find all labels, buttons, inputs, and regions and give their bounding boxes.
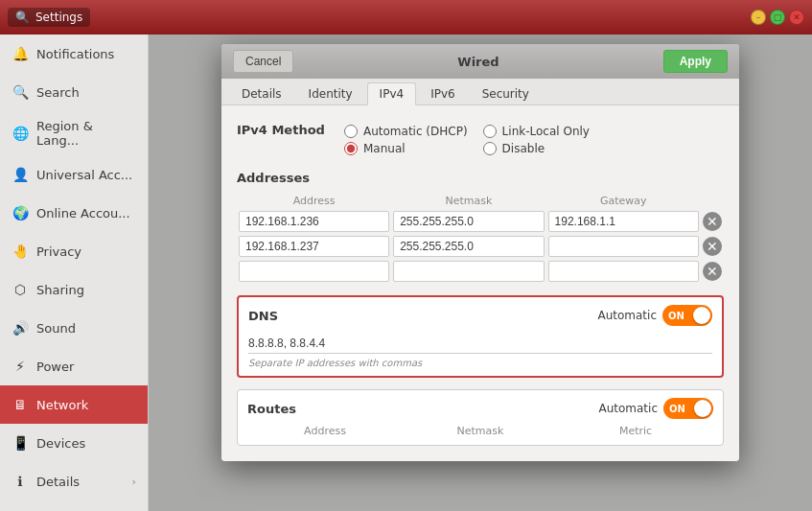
addresses-section: Addresses Address Netmask Gateway [237,171,724,284]
sidebar-item-search[interactable]: 🔍 Search [0,73,148,111]
gateway-input-3[interactable] [548,261,699,282]
ipv4-method-label: IPv4 Method [237,123,333,137]
dialog-header: Cancel Wired Apply [221,44,739,79]
routes-sub-headers: Address Netmask Metric [247,425,713,437]
routes-auto-label: Automatic [598,402,658,415]
sidebar-item-label: Notifications [36,47,114,61]
search-icon: 🔍 [15,11,30,24]
titlebar-title: Settings [35,11,82,24]
sidebar-item-label: Network [36,398,88,412]
address-row-1: ✕ [237,209,724,234]
addresses-table: Address Netmask Gateway [237,193,724,284]
sidebar-item-online[interactable]: 🌍 Online Accou... [0,194,148,232]
delete-row-3-button[interactable]: ✕ [703,262,722,281]
method-dhcp[interactable]: Automatic (DHCP) [344,125,468,138]
sidebar: 🔔 Notifications 🔍 Search 🌐 Region & Lang… [0,35,149,511]
address-col-header: Address [237,193,391,209]
address-row-3: ✕ [237,259,724,284]
sidebar-item-devices[interactable]: 📱 Devices [0,424,148,462]
routes-address-col: Address [247,425,403,437]
dns-hint: Separate IP addresses with commas [248,358,712,368]
sidebar-item-label: Universal Acc... [36,168,132,182]
sidebar-item-label: Details [36,475,80,489]
method-options: Automatic (DHCP) Link-Local Only Manual [344,125,606,155]
address-input-1[interactable] [239,211,389,232]
sidebar-item-sound[interactable]: 🔊 Sound [0,309,148,347]
dns-input[interactable] [248,334,712,354]
sidebar-item-label: Sharing [36,283,84,297]
title-bar: 🔍 Settings – □ ✕ [0,0,812,35]
minimize-button[interactable]: – [751,10,766,25]
tab-details[interactable]: Details [229,82,294,105]
close-button[interactable]: ✕ [789,10,804,25]
sidebar-item-privacy[interactable]: 🤚 Privacy [0,232,148,270]
sidebar-item-label: Sound [36,321,76,336]
netmask-input-2[interactable] [393,236,544,257]
apply-button[interactable]: Apply [663,50,728,73]
netmask-col-header: Netmask [391,193,545,209]
cancel-button[interactable]: Cancel [233,50,293,73]
address-row-2: ✕ [237,234,724,259]
dns-auto-label: Automatic [597,309,657,322]
main-panel: Cancel Wired Apply Details Identity [149,35,812,511]
details-arrow: › [132,476,136,488]
sidebar-item-label: Power [36,360,74,374]
method-link-local[interactable]: Link-Local Only [483,125,607,138]
netmask-input-3[interactable] [393,261,544,282]
tab-security[interactable]: Security [470,82,542,105]
delete-row-2-button[interactable]: ✕ [703,237,722,256]
window-controls: – □ ✕ [751,10,804,25]
dns-label: DNS [248,309,278,323]
sidebar-item-universal[interactable]: 👤 Universal Acc... [0,155,148,194]
maximize-button[interactable]: □ [770,10,785,25]
dns-section: DNS Automatic ON Separate [237,295,724,378]
content-area: 🔔 Notifications 🔍 Search 🌐 Region & Lang… [0,35,812,511]
routes-auto-wrapper: Automatic ON [598,398,713,419]
sidebar-item-label: Region & Lang... [36,119,136,148]
devices-icon: 📱 [12,434,29,452]
sidebar-item-power[interactable]: ⚡ Power [0,347,148,385]
gateway-input-2[interactable] [548,236,699,257]
online-icon: 🌍 [12,204,29,221]
addresses-label: Addresses [237,171,724,185]
routes-header: Routes Automatic ON [247,398,713,419]
method-disable[interactable]: Disable [483,142,607,155]
tab-identity[interactable]: Identity [296,82,365,105]
dns-toggle-label: ON [668,311,684,321]
sidebar-item-details[interactable]: ℹ Details › [0,462,148,500]
notifications-icon: 🔔 [12,45,29,62]
dialog-tabs: Details Identity IPv4 IPv6 Security [221,79,739,105]
wired-dialog: Cancel Wired Apply Details Identity [221,44,739,461]
delete-row-1-button[interactable]: ✕ [703,212,722,231]
tab-ipv4[interactable]: IPv4 [367,82,417,105]
sidebar-item-label: Privacy [36,244,81,259]
netmask-input-1[interactable] [393,211,544,232]
sidebar-item-label: Search [36,85,80,100]
routes-section: Routes Automatic ON Add [237,389,724,446]
address-input-2[interactable] [239,236,389,257]
network-icon: 🖥 [12,396,29,413]
dns-toggle[interactable]: ON [662,305,712,326]
dialog-overlay: Cancel Wired Apply Details Identity [149,35,812,511]
routes-toggle-label: ON [669,404,685,414]
sidebar-item-region[interactable]: 🌐 Region & Lang... [0,111,148,155]
sidebar-item-network[interactable]: 🖥 Network [0,385,148,424]
sound-icon: 🔊 [12,319,29,337]
sharing-icon: ⬡ [12,281,29,298]
tab-ipv6[interactable]: IPv6 [418,82,468,105]
routes-metric-col: Metric [558,425,713,437]
ipv4-method-section: IPv4 Method Automatic (DHCP) Link-Local … [237,121,724,155]
main-window: 🔍 Settings – □ ✕ 🔔 Notifications 🔍 Se [0,0,812,511]
sidebar-item-sharing[interactable]: ⬡ Sharing [0,270,148,309]
titlebar-search[interactable]: 🔍 Settings [8,8,90,27]
sidebar-item-notifications[interactable]: 🔔 Notifications [0,35,148,73]
routes-toggle[interactable]: ON [663,398,713,419]
gateway-input-1[interactable] [548,211,699,232]
search-icon: 🔍 [12,83,29,101]
method-manual[interactable]: Manual [344,142,468,155]
privacy-icon: 🤚 [12,243,29,260]
dns-auto-wrapper: Automatic ON [597,305,712,326]
address-input-3[interactable] [239,261,389,282]
routes-toggle-knob [694,400,711,417]
dns-toggle-knob [693,307,710,324]
